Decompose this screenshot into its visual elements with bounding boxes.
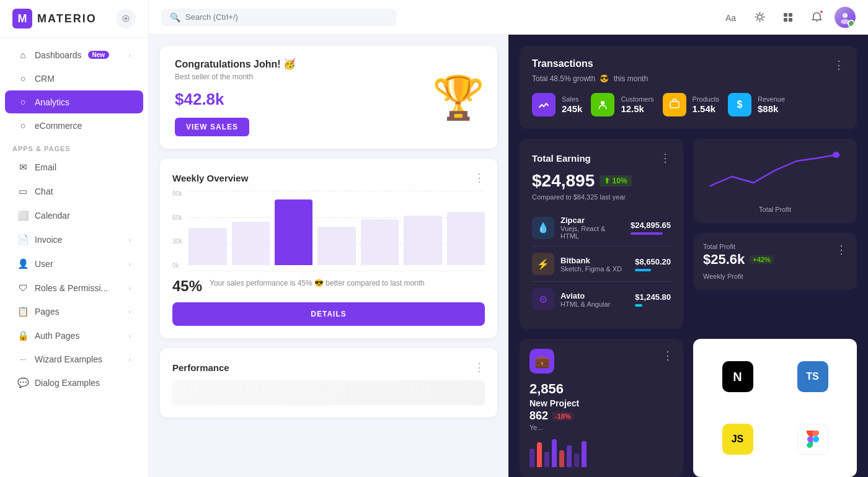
weekly-overview-card: Weekly Overview ⋮ 90k 60k 30k 0k bbox=[160, 159, 497, 338]
zipcar-amount: $24,895.65 bbox=[631, 221, 671, 235]
search-bar[interactable]: 🔍 bbox=[161, 9, 397, 26]
profit-total-label: Total Profit bbox=[703, 243, 774, 250]
profit-stats-info: Total Profit $25.6k +42% bbox=[703, 243, 774, 268]
bitbank-name: Bitbank bbox=[560, 256, 629, 265]
details-button[interactable]: DETAILS bbox=[172, 302, 485, 326]
avatar[interactable] bbox=[835, 7, 856, 28]
performance-more-button[interactable]: ⋮ bbox=[474, 361, 485, 374]
logo-icon: M bbox=[12, 9, 32, 28]
chevron-down-icon: › bbox=[128, 51, 131, 59]
bar-1 bbox=[188, 228, 226, 265]
chevron-right-icon-5: › bbox=[128, 332, 131, 339]
sidebar-item-user[interactable]: 👤 User › bbox=[5, 252, 143, 276]
svg-text:Aa: Aa bbox=[725, 13, 736, 23]
metric-revenue-info: Revenue $88k bbox=[758, 95, 785, 114]
grid-button[interactable] bbox=[777, 7, 799, 28]
sidebar-item-label: Pages bbox=[35, 307, 60, 317]
metric-sales: Sales 245k bbox=[532, 93, 582, 116]
sidebar-item-ecommerce[interactable]: ○ eCommerce bbox=[5, 114, 143, 137]
sidebar-logo: M MATERIO bbox=[0, 0, 148, 38]
mini-bar-3 bbox=[544, 452, 549, 467]
theme-button[interactable] bbox=[749, 7, 770, 28]
aviato-info: Aviato HTML & Angular bbox=[560, 291, 629, 308]
zipcar-info: Zipcar Vuejs, React & HTML bbox=[560, 216, 624, 240]
performance-chart-placeholder bbox=[172, 380, 485, 405]
figma-icon bbox=[797, 424, 828, 455]
earning-item-bitbank: ⚡ Bitbank Sketch, Figma & XD $8,650.20 bbox=[532, 247, 671, 282]
sidebar-item-chat[interactable]: ▭ Chat bbox=[5, 180, 143, 203]
chevron-right-icon: › bbox=[128, 236, 131, 243]
sidebar-item-analytics[interactable]: ○ Analytics bbox=[5, 90, 143, 113]
customers-icon bbox=[591, 93, 614, 116]
sidebar-item-dashboards[interactable]: ⌂ Dashboards New › bbox=[5, 43, 143, 66]
zipcar-progress bbox=[631, 232, 663, 235]
chart-label-60k: 60k bbox=[172, 215, 182, 221]
sidebar-item-invoice[interactable]: 📄 Invoice › bbox=[5, 228, 143, 252]
new-project-stats-row: 862 -18% bbox=[529, 409, 673, 422]
mini-bar-4 bbox=[552, 439, 557, 467]
sidebar-item-calendar[interactable]: ⬜ Calendar bbox=[5, 204, 143, 227]
zipcar-name: Zipcar bbox=[560, 216, 624, 225]
home-icon: ⌂ bbox=[17, 50, 29, 60]
customers-label: Customers bbox=[621, 95, 653, 103]
sidebar-item-wizard[interactable]: ··· Wizard Examples › bbox=[5, 348, 143, 370]
new-project-more-button[interactable]: ⋮ bbox=[662, 349, 673, 362]
sidebar-item-email[interactable]: ✉ Email bbox=[5, 155, 143, 179]
sidebar-item-label: Calendar bbox=[35, 211, 70, 221]
revenue-label: Revenue bbox=[758, 95, 785, 103]
mini-bar-2 bbox=[537, 442, 542, 467]
products-label: Products bbox=[693, 95, 719, 103]
main-content: 🔍 Aa bbox=[149, 0, 868, 477]
new-project-card: 💼 ⋮ 2,856 New Project 862 -18% Ye... bbox=[520, 339, 683, 477]
sidebar-item-roles[interactable]: 🛡 Roles & Permissi... › bbox=[5, 276, 143, 299]
weekly-description: Your sales performance is 45% 😎 better c… bbox=[210, 278, 425, 289]
lock-icon: 🔒 bbox=[17, 330, 29, 341]
sidebar-item-crm[interactable]: ○ CRM bbox=[5, 67, 143, 90]
profit-chart-title: Total Profit bbox=[703, 206, 847, 213]
profit-amount: $25.6k bbox=[703, 252, 745, 268]
svg-point-8 bbox=[843, 13, 848, 18]
svg-point-9 bbox=[841, 19, 849, 24]
apps-section-label: APPS & PAGES bbox=[0, 138, 148, 155]
search-input[interactable] bbox=[185, 12, 388, 22]
translate-button[interactable]: Aa bbox=[720, 7, 742, 28]
bar-chart bbox=[188, 191, 485, 271]
middle-cards: Total Earning ⋮ $24,895 ⬆ 10% Compared t… bbox=[520, 139, 857, 329]
profit-amount-row: $25.6k +42% bbox=[703, 252, 774, 268]
bitbank-info: Bitbank Sketch, Figma & XD bbox=[560, 256, 629, 273]
mini-bar-7 bbox=[574, 453, 579, 468]
sidebar-item-label: Email bbox=[35, 162, 56, 172]
products-icon bbox=[663, 93, 686, 116]
congrats-title: Congratulations John! 🥳 bbox=[175, 58, 485, 70]
mini-bar-8 bbox=[582, 441, 587, 468]
earning-more-button[interactable]: ⋮ bbox=[660, 151, 671, 165]
view-sales-button[interactable]: VIEW SALES bbox=[175, 118, 249, 136]
sidebar-item-auth[interactable]: 🔒 Auth Pages › bbox=[5, 324, 143, 348]
aviato-amount: $1,245.80 bbox=[635, 292, 671, 307]
metric-customers: Customers 12.5k bbox=[591, 93, 653, 116]
weekly-more-button[interactable]: ⋮ bbox=[474, 171, 485, 185]
new-project-count: 862 bbox=[529, 409, 548, 422]
email-icon: ✉ bbox=[17, 162, 29, 173]
aviato-icon: ⚙ bbox=[532, 288, 554, 310]
notifications-button[interactable] bbox=[806, 7, 827, 28]
earning-item-zipcar: 💧 Zipcar Vuejs, React & HTML $24,895.65 bbox=[532, 209, 671, 247]
transactions-more-button[interactable]: ⋮ bbox=[833, 58, 844, 72]
sidebar-item-label: User bbox=[35, 259, 53, 269]
svg-rect-11 bbox=[670, 102, 679, 108]
sidebar-item-dialog[interactable]: 💬 Dialog Examples bbox=[5, 371, 143, 395]
stats-more-button[interactable]: ⋮ bbox=[836, 243, 847, 256]
bar-5 bbox=[361, 219, 399, 265]
record-button[interactable] bbox=[116, 9, 136, 28]
transactions-title: Transactions bbox=[532, 58, 593, 69]
new-project-count-row: New Project bbox=[529, 398, 673, 408]
wizard-icon: ··· bbox=[17, 355, 29, 364]
sidebar-item-pages[interactable]: 📋 Pages › bbox=[5, 300, 143, 323]
profit-change-badge: +42% bbox=[750, 255, 773, 264]
typescript-icon: TS bbox=[797, 361, 828, 392]
zipcar-icon: 💧 bbox=[532, 217, 554, 239]
weekly-percentage: 45% bbox=[172, 278, 202, 295]
bar-7 bbox=[447, 212, 485, 265]
svg-point-1 bbox=[125, 17, 128, 20]
chat-icon: ▭ bbox=[17, 186, 29, 197]
